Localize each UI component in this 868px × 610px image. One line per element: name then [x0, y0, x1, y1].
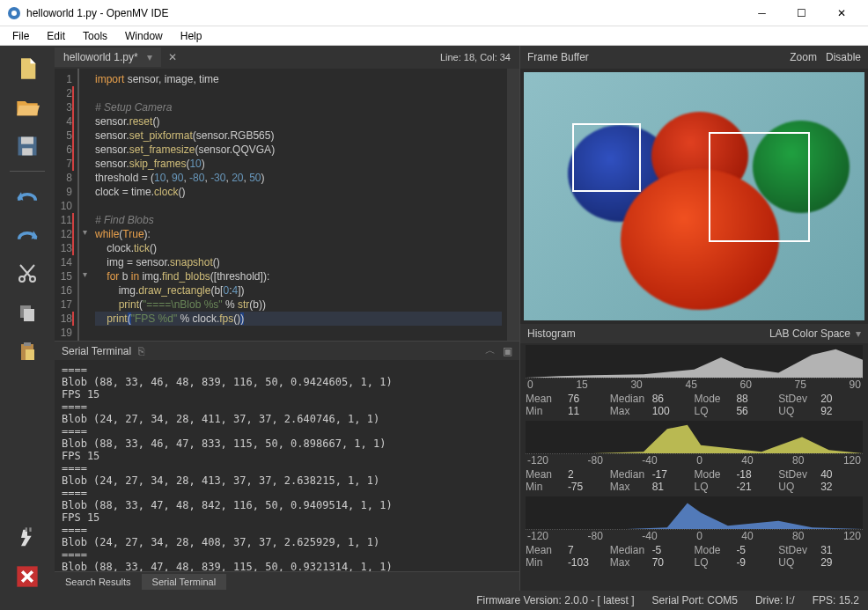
terminal-collapse-icon[interactable]: ︿: [485, 343, 496, 358]
terminal-output[interactable]: ==== Blob (88, 33, 46, 48, 839, 116, 50,…: [55, 360, 519, 571]
svg-rect-4: [22, 148, 33, 155]
editor-tab[interactable]: helloworld 1.py* ▾: [55, 48, 161, 67]
redo-button[interactable]: [13, 221, 41, 249]
window-maximize-button[interactable]: ☐: [782, 0, 821, 26]
app-logo-icon: [7, 6, 21, 20]
status-drive: Drive: I:/: [755, 594, 795, 606]
save-file-button[interactable]: [13, 132, 41, 160]
framebuffer-title: Frame Buffer: [527, 51, 589, 63]
menubar: FileEditToolsWindowHelp: [0, 26, 868, 46]
menu-edit[interactable]: Edit: [38, 28, 74, 44]
svg-rect-8: [24, 309, 34, 321]
undo-button[interactable]: [13, 182, 41, 210]
disable-button[interactable]: Disable: [826, 51, 861, 63]
histogram-area: L0153045607590Mean76Median86Mode88StDev2…: [520, 343, 868, 591]
stop-button[interactable]: [13, 562, 41, 591]
tab-dropdown-icon[interactable]: ▾: [147, 51, 152, 63]
terminal-detach-icon[interactable]: ▣: [503, 345, 512, 357]
line-col-indicator: Line: 18, Col: 34: [440, 52, 519, 62]
window-close-button[interactable]: ✕: [821, 0, 861, 26]
editor-tabbar: helloworld 1.py* ▾ ✕ Line: 18, Col: 34: [55, 46, 519, 69]
bottom-tab-serial-terminal[interactable]: Serial Terminal: [142, 574, 227, 590]
statusbar: Firmware Version: 2.0.0 - [ latest ] Ser…: [0, 591, 868, 610]
framebuffer-header: Frame Buffer Zoom Disable: [520, 46, 868, 69]
right-panel: Frame Buffer Zoom Disable: [519, 46, 868, 591]
window-title: helloworld 1.py - OpenMV IDE: [26, 7, 742, 19]
editor-scrollbar[interactable]: [507, 69, 519, 341]
tab-close-icon[interactable]: ✕: [168, 51, 177, 63]
open-file-button[interactable]: [13, 93, 41, 121]
svg-marker-16: [526, 425, 863, 453]
copy-button[interactable]: [13, 298, 41, 327]
svg-point-1: [11, 11, 17, 16]
cut-button[interactable]: [13, 260, 41, 288]
new-file-button[interactable]: [13, 55, 41, 83]
histogram-header: Histogram LAB Color Space ▾: [520, 324, 868, 343]
menu-help[interactable]: Help: [172, 28, 211, 44]
svg-rect-3: [21, 137, 33, 144]
terminal-title: Serial Terminal: [62, 345, 131, 357]
svg-rect-13: [29, 527, 31, 532]
framebuffer-view[interactable]: [520, 69, 868, 324]
tab-name: helloworld 1.py*: [63, 51, 138, 63]
code-text[interactable]: import sensor, image, time# Setup Camera…: [90, 69, 507, 341]
histogram-title: Histogram: [527, 327, 576, 340]
chevron-down-icon: ▾: [856, 327, 861, 340]
histogram-channel-B: B-120-80-4004080120Mean7Median-5Mode-5St…: [526, 496, 863, 570]
histogram-channel-A: A-120-80-4004080120Mean2Median-17Mode-18…: [526, 421, 863, 495]
menu-tools[interactable]: Tools: [74, 28, 116, 44]
status-firmware: Firmware Version: 2.0.0 - [ latest ]: [476, 594, 634, 606]
svg-rect-10: [24, 342, 31, 346]
svg-marker-15: [526, 349, 863, 378]
svg-rect-11: [26, 349, 34, 360]
terminal-settings-icon[interactable]: ⎘: [138, 345, 144, 357]
colorspace-select[interactable]: LAB Color Space: [769, 327, 850, 340]
sidebar: [0, 46, 55, 591]
bottom-tab-search-results[interactable]: Search Results: [55, 574, 142, 590]
zoom-button[interactable]: Zoom: [790, 51, 817, 63]
status-serial-port: Serial Port: COM5: [652, 594, 738, 606]
connect-button[interactable]: [13, 524, 41, 552]
svg-rect-12: [26, 527, 27, 532]
svg-marker-17: [526, 503, 863, 529]
histogram-channel-L: L0153045607590Mean76Median86Mode88StDev2…: [526, 345, 863, 419]
bottom-tabs: Search ResultsSerial Terminal: [55, 571, 519, 591]
terminal-header: Serial Terminal ⎘ ︿ ▣: [55, 341, 519, 360]
window-minimize-button[interactable]: ─: [742, 0, 782, 26]
status-fps: FPS: 15.2: [813, 594, 859, 606]
editor: helloworld 1.py* ▾ ✕ Line: 18, Col: 34 1…: [55, 46, 519, 591]
menu-file[interactable]: File: [4, 28, 38, 44]
menu-window[interactable]: Window: [116, 28, 172, 44]
fold-gutter[interactable]: ▾▾: [79, 69, 90, 341]
titlebar: helloworld 1.py - OpenMV IDE ─ ☐ ✕: [0, 0, 868, 26]
line-gutter[interactable]: 12345678910111213141516171819: [55, 69, 79, 341]
paste-button[interactable]: [13, 337, 41, 365]
